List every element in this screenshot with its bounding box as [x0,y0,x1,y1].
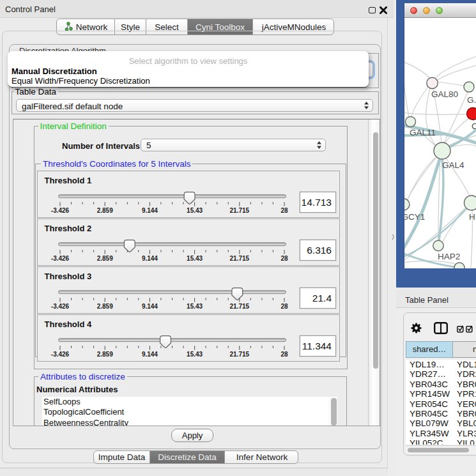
svg-text:15.43: 15.43 [187,207,203,214]
svg-text:21.715: 21.715 [229,303,249,310]
svg-text:28: 28 [280,255,288,262]
svg-text:21.715: 21.715 [229,351,249,358]
svg-text:21.715: 21.715 [229,255,249,262]
svg-text:9.144: 9.144 [141,255,157,262]
svg-text:28: 28 [280,303,288,310]
svg-text:28: 28 [280,351,288,358]
svg-text:GCY1: GCY1 [404,212,425,222]
svg-text:C: C [472,121,476,131]
svg-text:21.715: 21.715 [229,207,249,214]
svg-text:-3.426: -3.426 [50,303,69,310]
svg-text:H: H [469,212,475,222]
svg-text:9.144: 9.144 [141,303,157,310]
svg-text:2.859: 2.859 [96,351,112,358]
svg-text:HAP2: HAP2 [438,252,460,261]
svg-text:-3.426: -3.426 [50,207,69,214]
svg-text:GAL11: GAL11 [410,128,436,137]
svg-text:2.859: 2.859 [96,255,112,262]
svg-text:28: 28 [280,207,288,214]
svg-text:GAL4: GAL4 [442,160,464,170]
svg-text:15.43: 15.43 [187,351,203,358]
svg-text:-3.426: -3.426 [50,255,69,262]
svg-text:15.43: 15.43 [187,255,203,262]
svg-text:9.144: 9.144 [141,207,157,214]
svg-text:9.144: 9.144 [141,351,157,358]
svg-text:-3.426: -3.426 [50,351,69,358]
svg-text:GAL80: GAL80 [431,89,458,99]
svg-text:2.859: 2.859 [96,207,112,214]
svg-text:2.859: 2.859 [96,303,112,310]
svg-text:G.: G. [467,95,476,105]
svg-text:15.43: 15.43 [187,303,203,310]
